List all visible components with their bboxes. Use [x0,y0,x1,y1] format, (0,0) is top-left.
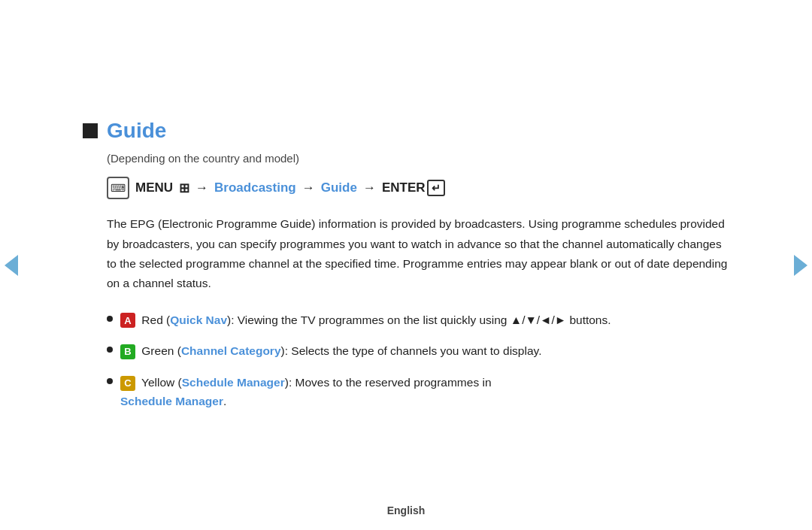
arrow-3: → [363,180,376,195]
bullet-3-suffix: . [223,395,226,407]
subtitle: (Depending on the country and model) [83,152,729,165]
color-name-yellow: Yellow ( [141,376,182,389]
badge-green: B [120,344,135,359]
menu-label: MENU [135,180,173,195]
quick-nav-link[interactable]: Quick Nav [170,313,227,326]
broadcasting-link[interactable]: Broadcasting [214,180,296,195]
bullet-3-desc: ): Moves to the reserved programmes in [285,376,492,389]
guide-link[interactable]: Guide [321,180,357,195]
enter-label: ENTER↵ [382,180,445,196]
menu-suffix: ⊞ [179,180,189,196]
arrow-2: → [302,180,315,195]
title-row: Guide [83,119,729,143]
bullet-item-green: B Green (Channel Category): Selects the … [107,341,729,361]
menu-icon: ⌨ [107,177,129,199]
channel-category-link[interactable]: Channel Category [181,344,281,357]
menu-path: ⌨ MENU ⊞ → Broadcasting → Guide → ENTER↵ [83,177,729,199]
bullet-content-1: A Red (Quick Nav): Viewing the TV progra… [120,310,729,330]
description-text: The EPG (Electronic Programme Guide) inf… [83,214,729,293]
bullet-content-2: B Green (Channel Category): Selects the … [120,341,729,361]
main-content: Guide (Depending on the country and mode… [68,96,744,434]
bullet-dot-3 [107,378,113,384]
arrow-1: → [195,180,208,195]
title-icon-square [83,123,98,138]
page-container: Guide (Depending on the country and mode… [0,0,812,530]
enter-box: ↵ [427,180,445,196]
badge-red: A [120,313,135,328]
bullet-1-desc: ): Viewing the TV programmes on the list… [227,313,611,326]
schedule-manager-link-2[interactable]: Schedule Manager [120,395,223,407]
page-title: Guide [107,119,166,143]
bullet-dot-2 [107,347,113,353]
color-name-red: Red ( [141,313,170,326]
bullet-content-3: C Yellow (Schedule Manager): Moves to th… [120,373,729,411]
bullet-list: A Red (Quick Nav): Viewing the TV progra… [83,310,729,411]
badge-yellow: C [120,376,135,391]
left-nav-arrow[interactable] [0,247,23,284]
bullet-2-desc: ): Selects the type of channels you want… [281,344,542,357]
right-nav-arrow[interactable] [789,247,812,284]
bullet-item-red: A Red (Quick Nav): Viewing the TV progra… [107,310,729,330]
bullet-dot-1 [107,316,113,322]
menu-icon-symbol: ⌨ [111,182,126,194]
footer-language: English [387,504,426,516]
color-name-green: Green ( [141,344,181,357]
schedule-manager-link-1[interactable]: Schedule Manager [182,376,285,389]
bullet-item-yellow: C Yellow (Schedule Manager): Moves to th… [107,373,729,411]
